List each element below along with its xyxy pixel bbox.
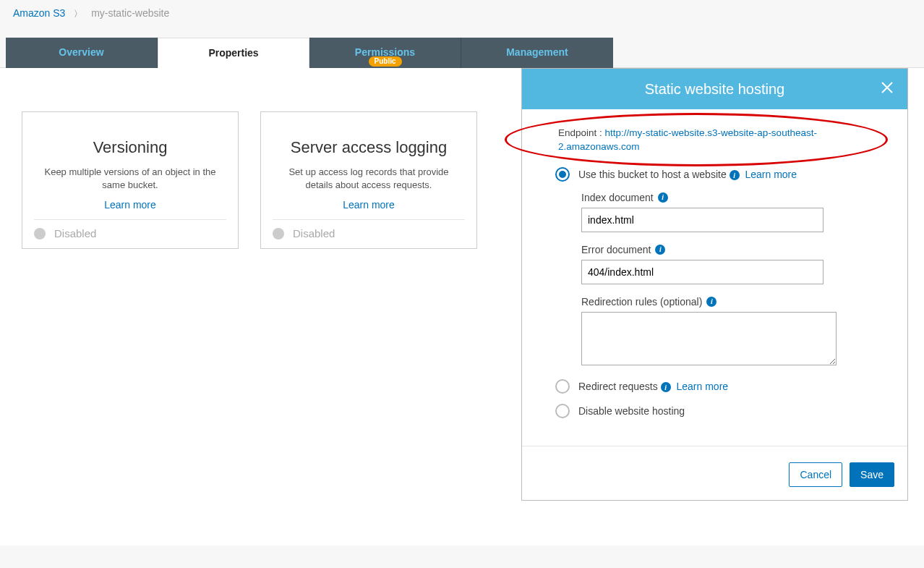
option-host-website[interactable]: Use this bucket to host a website i Lear… bbox=[555, 167, 871, 182]
option-disable-hosting[interactable]: Disable website hosting bbox=[555, 404, 871, 418]
public-badge: Public bbox=[368, 56, 401, 67]
endpoint-block: Endpoint : http://my-static-website.s3-w… bbox=[558, 127, 871, 154]
index-document-input[interactable] bbox=[581, 208, 824, 232]
error-document-input[interactable] bbox=[581, 260, 824, 284]
card-versioning-learn-link[interactable]: Learn more bbox=[34, 199, 226, 211]
endpoint-label: Endpoint : bbox=[558, 127, 605, 138]
card-logging[interactable]: Server access logging Set up access log … bbox=[260, 111, 477, 249]
option-disable-label: Disable website hosting bbox=[578, 405, 685, 417]
close-icon[interactable] bbox=[880, 80, 894, 98]
redirection-rules-label: Redirection rules (optional) bbox=[581, 296, 702, 308]
info-icon[interactable]: i bbox=[658, 192, 668, 203]
card-versioning-status: Disabled bbox=[54, 227, 96, 240]
info-icon[interactable]: i bbox=[706, 297, 716, 307]
panel-title: Static website hosting bbox=[645, 81, 784, 98]
info-icon[interactable]: i bbox=[661, 382, 671, 392]
index-document-label: Index document bbox=[581, 192, 654, 203]
card-logging-title: Server access logging bbox=[273, 138, 465, 157]
breadcrumb-root-link[interactable]: Amazon S3 bbox=[13, 7, 65, 19]
card-versioning-desc: Keep multiple versions of an object in t… bbox=[40, 166, 221, 192]
option-redirect-requests[interactable]: Redirect requests i Learn more bbox=[555, 379, 871, 394]
cancel-button[interactable]: Cancel bbox=[789, 462, 842, 487]
card-versioning[interactable]: Versioning Keep multiple versions of an … bbox=[22, 111, 239, 249]
radio-icon[interactable] bbox=[555, 379, 570, 394]
radio-icon[interactable] bbox=[555, 404, 570, 418]
static-website-hosting-panel: Static website hosting Endpoint : http:/… bbox=[521, 68, 908, 501]
tab-overview[interactable]: Overview bbox=[6, 38, 158, 68]
info-icon[interactable]: i bbox=[730, 170, 740, 180]
option-host-label: Use this bucket to host a website bbox=[578, 169, 727, 180]
save-button[interactable]: Save bbox=[850, 462, 894, 487]
tab-management[interactable]: Management bbox=[461, 38, 613, 68]
card-logging-desc: Set up access log records that provide d… bbox=[278, 166, 459, 192]
tab-permissions[interactable]: Permissions Public bbox=[309, 38, 461, 68]
option-host-learn-link[interactable]: Learn more bbox=[745, 169, 797, 180]
breadcrumb-bucket: my-static-website bbox=[91, 7, 169, 19]
tab-bar: Overview Properties Permissions Public M… bbox=[6, 38, 918, 68]
panel-header: Static website hosting bbox=[522, 69, 907, 109]
card-logging-status: Disabled bbox=[293, 227, 335, 240]
option-redirect-learn-link[interactable]: Learn more bbox=[677, 381, 729, 392]
status-dot-icon bbox=[34, 228, 46, 240]
error-document-label: Error document bbox=[581, 244, 651, 255]
option-redirect-label: Redirect requests bbox=[578, 381, 658, 392]
status-dot-icon bbox=[273, 228, 284, 240]
info-icon[interactable]: i bbox=[655, 245, 665, 255]
card-logging-learn-link[interactable]: Learn more bbox=[273, 199, 465, 211]
card-versioning-title: Versioning bbox=[34, 138, 226, 157]
radio-icon[interactable] bbox=[555, 167, 570, 182]
chevron-right-icon: 〉 bbox=[74, 9, 82, 19]
redirection-rules-textarea[interactable] bbox=[581, 312, 837, 365]
breadcrumb: Amazon S3 〉 my-static-website bbox=[0, 0, 924, 38]
tab-properties[interactable]: Properties bbox=[158, 38, 309, 68]
